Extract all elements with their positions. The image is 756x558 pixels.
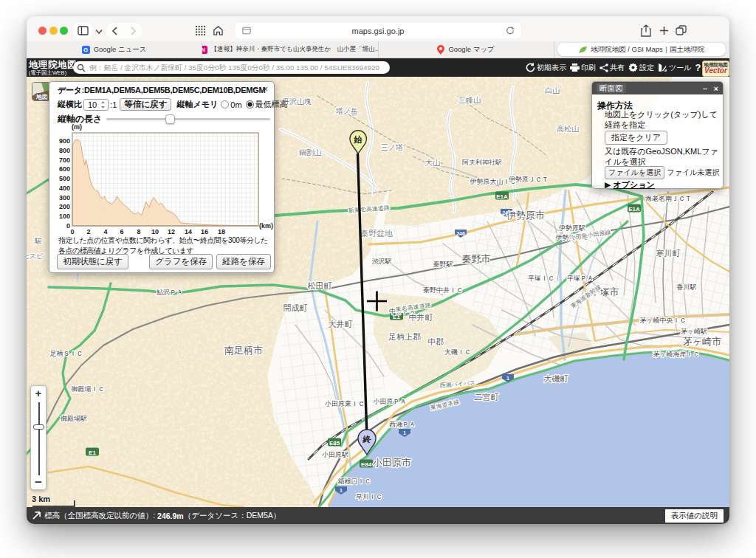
svg-text:0: 0	[70, 228, 74, 235]
svg-text:E1: E1	[89, 450, 96, 456]
svg-text:100: 100	[59, 213, 70, 220]
svg-text:三峰山: 三峰山	[458, 96, 481, 104]
svg-text:西湘ＰＡ: 西湘ＰＡ	[389, 421, 416, 428]
svg-text:足柄上郡: 足柄上郡	[388, 332, 421, 341]
svg-text:中郡: 中郡	[427, 337, 444, 346]
svg-text:早川ＩＣ: 早川ＩＣ	[355, 493, 382, 500]
svg-text:阿夫利神社駅: 阿夫利神社駅	[462, 159, 502, 166]
svg-text:南足柄市: 南足柄市	[224, 345, 263, 356]
svg-text:開成町: 開成町	[284, 303, 308, 312]
svg-text:鍋割山: 鍋割山	[299, 148, 321, 156]
svg-text:400: 400	[59, 185, 70, 192]
svg-text:海老名南ＪＣＴ: 海老名南ＪＣＴ	[645, 195, 692, 202]
svg-text:茅ヶ崎中央ＩＣ: 茅ヶ崎中央ＩＣ	[639, 317, 686, 324]
svg-text:小田原市: 小田原市	[372, 457, 411, 468]
svg-text:伊勢原駅: 伊勢原駅	[559, 224, 585, 232]
svg-text:秦野盆地: 秦野盆地	[360, 229, 393, 238]
svg-text:御殿場ＩＣ: 御殿場ＩＣ	[72, 385, 105, 393]
svg-text:0: 0	[66, 222, 70, 230]
svg-text:800: 800	[59, 147, 70, 154]
svg-text:500: 500	[59, 175, 70, 182]
svg-text:900: 900	[59, 137, 70, 145]
svg-text:1: 1	[506, 376, 509, 381]
svg-text:2: 2	[86, 228, 90, 235]
svg-text:始: 始	[354, 135, 362, 144]
svg-text:秦野市: 秦野市	[462, 253, 491, 264]
svg-text:御殿場駅: 御殿場駅	[61, 415, 87, 422]
svg-text:寒川町: 寒川町	[656, 249, 681, 258]
svg-text:終: 終	[362, 435, 372, 444]
svg-text:三ノ塔: 三ノ塔	[381, 143, 403, 151]
svg-text:秦野駅: 秦野駅	[433, 261, 453, 268]
svg-text:香川駅: 香川駅	[677, 283, 697, 291]
svg-text:小田原駅: 小田原駅	[321, 451, 348, 458]
svg-text:松田町: 松田町	[308, 281, 332, 290]
svg-text:12: 12	[168, 228, 175, 235]
svg-text:8: 8	[137, 228, 140, 235]
svg-text:大井町: 大井町	[329, 320, 353, 328]
svg-text:1: 1	[340, 488, 343, 493]
svg-text:大磯町: 大磯町	[544, 374, 568, 383]
svg-text:E1A: E1A	[496, 193, 508, 200]
svg-text:大山: 大山	[425, 159, 440, 167]
svg-text:4: 4	[103, 228, 107, 235]
svg-text:700: 700	[59, 156, 70, 164]
svg-text:平塚ＩＣ: 平塚ＩＣ	[528, 275, 554, 282]
svg-text:箱根口ＩＣ: 箱根口ＩＣ	[338, 478, 371, 485]
svg-text:246: 246	[456, 231, 465, 236]
svg-text:E85: E85	[329, 440, 340, 447]
svg-text:6: 6	[120, 228, 123, 235]
svg-text:茅ヶ崎市: 茅ヶ崎市	[683, 336, 721, 347]
svg-text:白山: 白山	[545, 86, 560, 94]
svg-text:14: 14	[185, 228, 192, 235]
svg-text:塔ノ岳: 塔ノ岳	[335, 107, 358, 115]
svg-text:茅ヶ崎海岸ＩＣ: 茅ヶ崎海岸ＩＣ	[653, 351, 699, 358]
svg-text:伊勢原市: 伊勢原市	[506, 210, 545, 221]
svg-text:二宮町: 二宮町	[475, 393, 499, 402]
svg-text:足柄ＳＩＣ: 足柄ＳＩＣ	[50, 350, 83, 357]
svg-text:200: 200	[59, 203, 70, 210]
svg-text:E84: E84	[361, 461, 372, 468]
svg-text:伊勢原ＪＣＴ: 伊勢原ＪＣＴ	[509, 176, 549, 183]
svg-text:秦野中井ＩＣ: 秦野中井ＩＣ	[423, 286, 463, 294]
svg-text:高松山: 高松山	[557, 125, 579, 133]
svg-text:18: 18	[218, 228, 225, 235]
svg-text:駿: 駿	[34, 237, 42, 245]
svg-text:茅ヶ崎駅: 茅ヶ崎駅	[681, 328, 707, 335]
svg-text:1: 1	[403, 430, 406, 435]
svg-text:E1A: E1A	[628, 206, 640, 213]
svg-text:(km): (km)	[259, 222, 273, 230]
svg-text:16: 16	[201, 228, 208, 235]
svg-text:鮎沢ＰＡ: 鮎沢ＰＡ	[157, 289, 183, 296]
svg-text:平塚ＰＡ: 平塚ＰＡ	[567, 275, 594, 282]
svg-text:300: 300	[59, 194, 70, 202]
svg-text:小田原ＰＡ: 小田原ＰＡ	[373, 398, 407, 405]
svg-text:10: 10	[151, 228, 159, 235]
svg-text:大磯ＩＣ: 大磯ＩＣ	[444, 348, 471, 356]
svg-text:地図: 地図	[35, 94, 48, 100]
svg-text:渋沢駅: 渋沢駅	[372, 258, 392, 265]
svg-text:富士スピ: 富士スピ	[27, 252, 44, 260]
svg-text:600: 600	[59, 165, 70, 173]
svg-text:小田原東ＩＣ: 小田原東ＩＣ	[324, 400, 365, 407]
